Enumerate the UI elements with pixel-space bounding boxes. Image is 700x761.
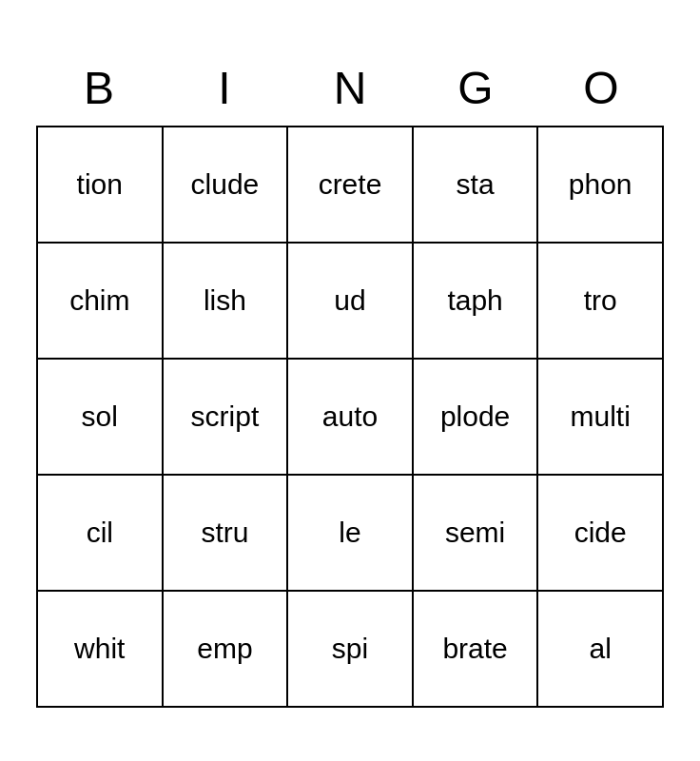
cell-0-4[interactable]: phon bbox=[538, 127, 662, 242]
cell-2-1[interactable]: script bbox=[164, 360, 289, 474]
bingo-row: cil stru le semi cide bbox=[38, 476, 662, 592]
cell-0-0[interactable]: tion bbox=[38, 127, 164, 242]
bingo-row: tion clude crete sta phon bbox=[38, 127, 662, 244]
cell-0-3[interactable]: sta bbox=[414, 127, 539, 242]
cell-4-2[interactable]: spi bbox=[288, 592, 414, 706]
bingo-row: whit emp spi brate al bbox=[38, 592, 662, 706]
cell-1-2[interactable]: ud bbox=[288, 244, 414, 358]
cell-2-3[interactable]: plode bbox=[414, 360, 539, 474]
bingo-card: B I N G O tion clude crete sta phon chim… bbox=[17, 35, 683, 727]
cell-0-2[interactable]: crete bbox=[288, 127, 414, 242]
header-i: I bbox=[162, 54, 287, 122]
cell-3-4[interactable]: cide bbox=[538, 476, 662, 590]
bingo-header: B I N G O bbox=[36, 54, 664, 122]
cell-3-0[interactable]: cil bbox=[38, 476, 164, 590]
bingo-grid: tion clude crete sta phon chim lish ud t… bbox=[36, 126, 664, 708]
cell-2-2[interactable]: auto bbox=[288, 360, 414, 474]
cell-0-1[interactable]: clude bbox=[164, 127, 289, 242]
cell-3-1[interactable]: stru bbox=[164, 476, 289, 590]
cell-4-0[interactable]: whit bbox=[38, 592, 164, 706]
cell-3-2[interactable]: le bbox=[288, 476, 414, 590]
header-b: B bbox=[36, 54, 162, 122]
cell-4-4[interactable]: al bbox=[538, 592, 662, 706]
cell-3-3[interactable]: semi bbox=[414, 476, 539, 590]
cell-1-4[interactable]: tro bbox=[538, 244, 662, 358]
cell-2-4[interactable]: multi bbox=[538, 360, 662, 474]
bingo-row: chim lish ud taph tro bbox=[38, 244, 662, 360]
cell-4-3[interactable]: brate bbox=[414, 592, 539, 706]
cell-1-1[interactable]: lish bbox=[164, 244, 289, 358]
header-n: N bbox=[287, 54, 413, 122]
cell-1-0[interactable]: chim bbox=[38, 244, 164, 358]
cell-4-1[interactable]: emp bbox=[164, 592, 289, 706]
header-g: G bbox=[413, 54, 538, 122]
cell-1-3[interactable]: taph bbox=[414, 244, 539, 358]
cell-2-0[interactable]: sol bbox=[38, 360, 164, 474]
bingo-row: sol script auto plode multi bbox=[38, 360, 662, 476]
header-o: O bbox=[538, 54, 664, 122]
